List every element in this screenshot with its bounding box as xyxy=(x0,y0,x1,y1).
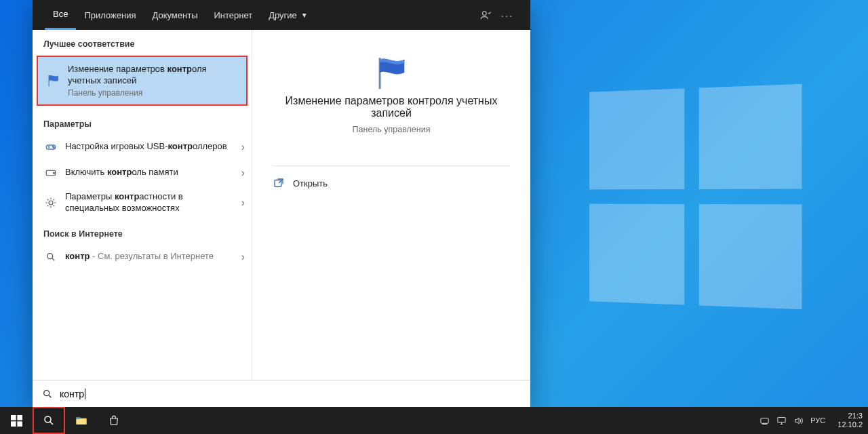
svg-point-6 xyxy=(49,201,53,205)
brightness-icon xyxy=(43,195,58,210)
taskbar-file-explorer[interactable] xyxy=(65,407,98,434)
system-tray[interactable]: РУС xyxy=(754,416,831,426)
detail-subtitle: Панель управления xyxy=(353,125,431,134)
clock-time: 21:3 xyxy=(837,412,863,420)
svg-point-3 xyxy=(54,147,55,149)
section-best-match: Лучшее соответствие xyxy=(33,30,252,54)
svg-point-14 xyxy=(45,416,51,422)
chevron-down-icon: ▼ xyxy=(301,12,308,19)
svg-rect-13 xyxy=(17,421,22,427)
taskbar-store[interactable] xyxy=(98,407,130,434)
search-tabbar: Все Приложения Документы Интернет Другие… xyxy=(33,0,530,30)
taskbar-search-button[interactable] xyxy=(33,407,65,434)
action-open[interactable]: Открыть xyxy=(273,172,510,195)
result-title: Настройка игровых USB-контроллеров xyxy=(65,141,227,153)
gamepad-icon xyxy=(43,140,58,155)
svg-rect-12 xyxy=(11,421,16,427)
feedback-icon[interactable] xyxy=(475,9,496,21)
detail-pane: Изменение параметров контроля учетных за… xyxy=(252,30,530,380)
action-open-label: Открыть xyxy=(293,178,328,189)
chevron-right-icon: › xyxy=(241,167,245,179)
tab-documents[interactable]: Документы xyxy=(144,0,205,30)
start-button[interactable] xyxy=(0,407,33,434)
tray-volume-icon[interactable] xyxy=(793,416,804,426)
detail-title: Изменение параметров контроля учетных за… xyxy=(273,95,510,119)
windows-logo-wallpaper xyxy=(589,84,802,309)
svg-point-9 xyxy=(44,390,50,395)
tab-apps[interactable]: Приложения xyxy=(76,0,144,30)
search-input[interactable]: контр xyxy=(60,389,521,399)
result-title: контр - См. результаты в Интернете xyxy=(65,251,214,262)
tab-more-label: Другие xyxy=(269,10,297,20)
result-title: Включить контроль памяти xyxy=(65,167,178,178)
chevron-right-icon: › xyxy=(241,141,245,153)
svg-rect-18 xyxy=(778,417,785,422)
more-options-icon[interactable]: ··· xyxy=(496,9,518,21)
search-flyout: Все Приложения Документы Интернет Другие… xyxy=(33,0,530,407)
tray-network-icon[interactable] xyxy=(776,416,787,426)
svg-rect-16 xyxy=(77,417,81,419)
tab-all[interactable]: Все xyxy=(45,0,76,30)
taskbar-clock[interactable]: 21:3 12.10.2 xyxy=(831,412,867,429)
open-icon xyxy=(273,177,285,189)
result-settings-0[interactable]: Настройка игровых USB-контроллеров › xyxy=(33,134,252,160)
tray-input-icon[interactable] xyxy=(760,416,770,426)
search-icon xyxy=(43,250,58,264)
desktop: Все Приложения Документы Интернет Другие… xyxy=(0,0,868,434)
svg-point-7 xyxy=(47,253,53,258)
result-title: Изменение параметров контроля учетных за… xyxy=(68,64,238,87)
taskbar: РУС 21:3 12.10.2 xyxy=(0,407,868,434)
result-best-match[interactable]: Изменение параметров контроля учетных за… xyxy=(37,56,248,106)
storage-icon xyxy=(43,165,58,180)
svg-point-0 xyxy=(482,11,486,15)
shield-flag-icon xyxy=(46,73,61,88)
result-settings-2[interactable]: Параметры контрастности в специальных во… xyxy=(33,186,252,220)
section-web-search: Поиск в Интернете xyxy=(33,220,252,244)
clock-date: 12.10.2 xyxy=(837,420,863,429)
search-input-bar[interactable]: контр xyxy=(33,380,530,407)
search-icon xyxy=(42,389,53,399)
chevron-right-icon: › xyxy=(241,197,245,209)
result-subtitle: Панель управления xyxy=(68,88,238,98)
section-settings: Параметры xyxy=(33,110,252,134)
svg-rect-10 xyxy=(11,415,16,420)
result-web-search[interactable]: контр - См. результаты в Интернете › xyxy=(33,244,252,270)
svg-rect-11 xyxy=(17,415,22,420)
svg-rect-15 xyxy=(77,419,87,425)
tab-web[interactable]: Интернет xyxy=(205,0,260,30)
result-settings-1[interactable]: Включить контроль памяти › xyxy=(33,160,252,186)
tray-language[interactable]: РУС xyxy=(810,416,825,425)
chevron-right-icon: › xyxy=(241,251,245,263)
svg-rect-17 xyxy=(761,418,768,423)
tab-more[interactable]: Другие ▼ xyxy=(260,0,316,30)
results-list: Лучшее соответствие Изменение параметров… xyxy=(33,30,252,380)
uac-flag-icon xyxy=(372,53,411,92)
svg-point-5 xyxy=(54,172,55,174)
result-title: Параметры контрастности в специальных во… xyxy=(65,191,221,214)
